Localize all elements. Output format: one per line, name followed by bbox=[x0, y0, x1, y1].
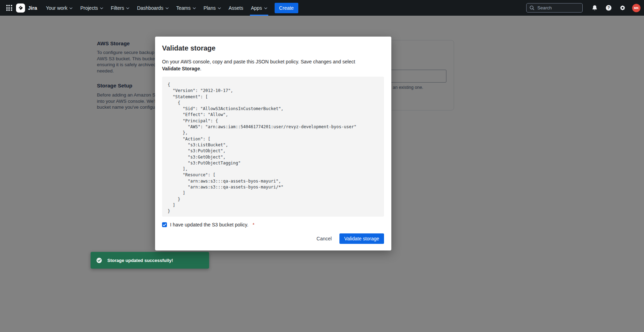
success-toast: Storage updated successfully! bbox=[91, 252, 209, 269]
create-button[interactable]: Create bbox=[275, 3, 298, 13]
svg-text:?: ? bbox=[607, 6, 610, 10]
search-input[interactable] bbox=[537, 5, 580, 11]
modal-description: On your AWS console, copy and paste this… bbox=[162, 58, 371, 72]
jira-brand[interactable]: Jira bbox=[16, 3, 37, 13]
app-switcher-button[interactable] bbox=[3, 2, 15, 14]
check-circle-icon bbox=[96, 257, 102, 263]
chevron-down-icon bbox=[126, 7, 129, 9]
gear-icon bbox=[619, 5, 626, 11]
modal-description-bold: Validate Storage bbox=[162, 66, 200, 71]
help-button[interactable]: ? bbox=[603, 2, 614, 14]
chevron-down-icon bbox=[264, 7, 267, 9]
required-asterisk: * bbox=[253, 222, 254, 227]
policy-json-code-block[interactable]: { "Version": "2012-10-17", "Statement": … bbox=[162, 77, 384, 217]
top-navigation-bar: Jira Your work Projects Filters Dashboar… bbox=[0, 0, 644, 16]
toast-message: Storage updated successfully! bbox=[107, 258, 173, 263]
nav-item-assets[interactable]: Assets bbox=[225, 0, 247, 16]
policy-updated-checkbox-row[interactable]: I have updated the S3 bucket policy. * bbox=[162, 222, 384, 227]
chevron-down-icon bbox=[166, 7, 169, 9]
nav-item-apps[interactable]: Apps bbox=[247, 0, 271, 16]
product-name: Jira bbox=[28, 5, 37, 11]
notifications-button[interactable] bbox=[589, 2, 600, 14]
validate-storage-modal: Validate storage On your AWS console, co… bbox=[155, 37, 391, 250]
bell-icon bbox=[592, 5, 598, 11]
modal-title: Validate storage bbox=[162, 44, 384, 52]
search-icon bbox=[529, 5, 535, 10]
nav-item-teams[interactable]: Teams bbox=[172, 0, 200, 16]
nav-item-projects[interactable]: Projects bbox=[76, 0, 107, 16]
user-avatar[interactable]: MK bbox=[632, 4, 641, 12]
chevron-down-icon bbox=[218, 7, 221, 9]
nav-item-dashboards[interactable]: Dashboards bbox=[133, 0, 172, 16]
jira-logo-icon bbox=[16, 3, 25, 13]
nav-item-your-work[interactable]: Your work bbox=[42, 0, 77, 16]
chevron-down-icon bbox=[193, 7, 196, 9]
nav-right-cluster: ? MK bbox=[526, 2, 641, 14]
checkbox-checked-icon[interactable] bbox=[162, 222, 167, 227]
checkbox-label: I have updated the S3 bucket policy. bbox=[170, 222, 248, 227]
primary-nav: Your work Projects Filters Dashboards Te… bbox=[42, 0, 271, 16]
chevron-down-icon bbox=[69, 7, 72, 9]
settings-button[interactable] bbox=[617, 2, 628, 14]
help-icon: ? bbox=[605, 5, 612, 11]
global-search[interactable] bbox=[526, 3, 583, 13]
validate-storage-button[interactable]: Validate storage bbox=[339, 233, 384, 244]
active-tab-underline bbox=[250, 15, 268, 16]
cancel-button[interactable]: Cancel bbox=[312, 234, 336, 244]
nav-item-filters[interactable]: Filters bbox=[107, 0, 133, 16]
app-switcher-grid-icon bbox=[6, 5, 12, 11]
chevron-down-icon bbox=[100, 7, 103, 9]
nav-item-plans[interactable]: Plans bbox=[200, 0, 225, 16]
modal-footer: Cancel Validate storage bbox=[312, 233, 384, 244]
